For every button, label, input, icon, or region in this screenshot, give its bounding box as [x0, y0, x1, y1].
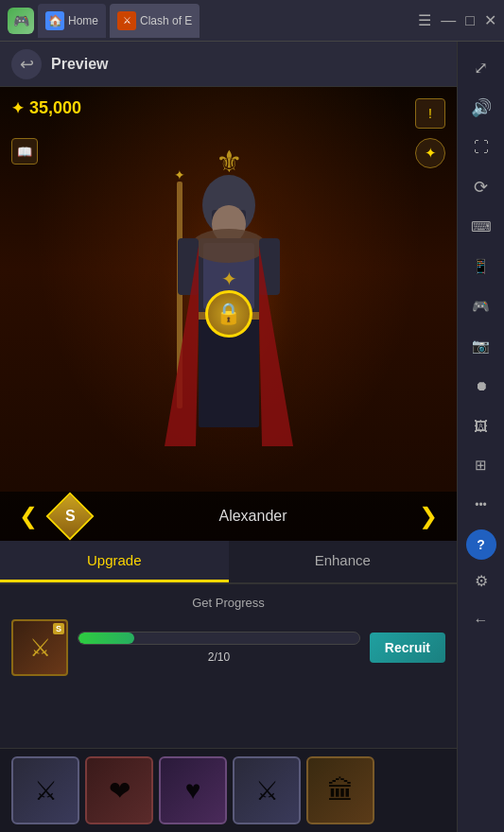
- item-4-icon: ⚔: [255, 775, 279, 806]
- hero-rank-badge: S: [46, 493, 95, 541]
- lock-icon: 🔒: [216, 302, 241, 326]
- star-icon: ✦: [425, 145, 437, 162]
- hero-cost: ✦ 35,000: [11, 98, 81, 118]
- right-sidebar: ⤢ 🔊 ⛶ ⟳ ⌨ 📱 🎮 📷 ⏺ 🖼 ⊞ ••• ? ⚙ ←: [457, 42, 504, 832]
- keyboard-button[interactable]: ⌨: [462, 208, 500, 246]
- expand-icon: ⤢: [474, 58, 488, 78]
- expand-button[interactable]: ⤢: [462, 49, 500, 87]
- help-icon: ?: [477, 537, 485, 552]
- svg-text:✦: ✦: [174, 167, 185, 182]
- back-sidebar-icon: ←: [474, 612, 489, 629]
- home-tab-icon: 🏠: [45, 11, 64, 30]
- volume-button[interactable]: 🔊: [462, 89, 500, 127]
- item-icon-3[interactable]: ♥: [159, 756, 227, 824]
- multi-button[interactable]: ⊞: [462, 446, 500, 484]
- gamepad-button[interactable]: 🎮: [462, 287, 500, 325]
- thumb-badge-s: S: [53, 623, 64, 634]
- top-bar: 🎮 🏠 Home ⚔ Clash of E ☰ — □ ✕: [0, 0, 504, 42]
- menu-icon[interactable]: ☰: [418, 11, 431, 29]
- item-2-icon: ❤: [109, 775, 130, 806]
- bottom-section: Upgrade Enhance Get Progress ⚔ S: [0, 541, 457, 832]
- item-1-icon: ⚔: [34, 775, 58, 806]
- recruit-button[interactable]: Recruit: [370, 633, 445, 663]
- alert-icon: !: [428, 106, 432, 121]
- svg-point-8: [191, 229, 267, 263]
- multi-icon: ⊞: [475, 457, 487, 474]
- progress-bar-background: [78, 632, 360, 645]
- bottom-items-row: ⚔ ❤ ♥ ⚔ 🏛: [0, 748, 457, 832]
- left-arrow-icon: ❮: [19, 503, 38, 529]
- next-hero-button[interactable]: ❯: [411, 499, 445, 533]
- tab-strip: 🎮 🏠 Home ⚔ Clash of E: [8, 4, 412, 38]
- hero-rank-letter: S: [65, 508, 76, 525]
- upgrade-tab-label: Upgrade: [87, 552, 142, 568]
- back-sidebar-button[interactable]: ←: [462, 601, 500, 639]
- gallery-button[interactable]: 🖼: [462, 407, 500, 444]
- game-tab-icon: ⚔: [117, 11, 136, 30]
- phone-icon: 📱: [472, 258, 490, 275]
- restore-icon[interactable]: □: [465, 12, 475, 29]
- gamepad-icon: 🎮: [472, 298, 490, 315]
- hero-display-area: ✦ 35,000 ! 📖 ✦: [0, 87, 457, 541]
- item-icon-2[interactable]: ❤: [85, 756, 153, 824]
- item-3-icon: ♥: [185, 775, 201, 806]
- gallery-icon: 🖼: [474, 418, 488, 434]
- alert-button[interactable]: !: [415, 98, 445, 129]
- home-tab-label: Home: [68, 14, 98, 27]
- get-progress-label: Get Progress: [11, 596, 445, 610]
- minimize-icon[interactable]: —: [441, 12, 456, 29]
- more-icon: •••: [475, 498, 487, 511]
- bottom-tab-bar: Upgrade Enhance: [0, 541, 457, 584]
- progress-row: ⚔ S 2/10 Recruit: [11, 619, 445, 676]
- record-icon: ⏺: [475, 378, 488, 393]
- rotate-icon: ⟳: [474, 177, 488, 198]
- upgrade-content: Get Progress ⚔ S 2/10 Recruit: [0, 584, 457, 748]
- cost-value: 35,000: [29, 98, 81, 118]
- tab-game[interactable]: ⚔ Clash of E: [110, 4, 200, 38]
- book-button[interactable]: 📖: [11, 138, 38, 165]
- settings-icon: ⚙: [475, 572, 488, 590]
- svg-text:⚜: ⚜: [215, 145, 242, 179]
- back-icon: ↩: [20, 54, 34, 75]
- volume-icon: 🔊: [471, 97, 492, 118]
- tab-upgrade[interactable]: Upgrade: [0, 541, 229, 582]
- window-controls: ☰ — □ ✕: [418, 11, 496, 29]
- preview-header: ↩ Preview: [0, 42, 457, 87]
- hero-thumbnail: ⚔ S: [11, 619, 68, 676]
- preview-title: Preview: [51, 56, 108, 73]
- progress-bar-fill: [78, 633, 134, 644]
- help-button[interactable]: ?: [466, 529, 496, 560]
- item-5-icon: 🏛: [327, 775, 354, 806]
- star-button[interactable]: ✦: [415, 138, 445, 168]
- hero-navigation: ❮ S Alexander ❯: [0, 492, 457, 541]
- item-icon-4[interactable]: ⚔: [233, 756, 301, 824]
- close-icon[interactable]: ✕: [484, 11, 496, 29]
- prev-hero-button[interactable]: ❮: [11, 499, 45, 533]
- item-icon-5[interactable]: 🏛: [306, 756, 374, 824]
- lock-overlay: 🔒: [205, 290, 252, 338]
- enhance-tab-label: Enhance: [315, 552, 371, 568]
- main-content: ↩ Preview ✦ 35,000 ! 📖 ✦: [0, 42, 457, 832]
- book-icon: 📖: [17, 145, 32, 159]
- tab-home[interactable]: 🏠 Home: [38, 4, 106, 38]
- right-arrow-icon: ❯: [419, 503, 438, 529]
- keyboard-icon: ⌨: [471, 218, 492, 235]
- back-button[interactable]: ↩: [11, 49, 42, 79]
- bluestacks-icon: 🎮: [8, 8, 34, 34]
- game-tab-label: Clash of E: [140, 14, 192, 27]
- svg-text:✦: ✦: [220, 269, 236, 289]
- progress-info: 2/10: [78, 632, 360, 664]
- phone-button[interactable]: 📱: [462, 248, 500, 286]
- tab-enhance[interactable]: Enhance: [229, 541, 458, 582]
- camera-icon: 📷: [472, 338, 490, 355]
- more-button[interactable]: •••: [462, 486, 500, 524]
- camera-button[interactable]: 📷: [462, 327, 500, 365]
- hero-name: Alexander: [95, 508, 411, 525]
- progress-text: 2/10: [78, 650, 360, 664]
- fullscreen-button[interactable]: ⛶: [462, 129, 500, 166]
- record-button[interactable]: ⏺: [462, 367, 500, 405]
- cost-icon: ✦: [11, 99, 24, 117]
- settings-button[interactable]: ⚙: [462, 562, 500, 599]
- item-icon-1[interactable]: ⚔: [11, 756, 79, 824]
- rotate-button[interactable]: ⟳: [462, 168, 500, 206]
